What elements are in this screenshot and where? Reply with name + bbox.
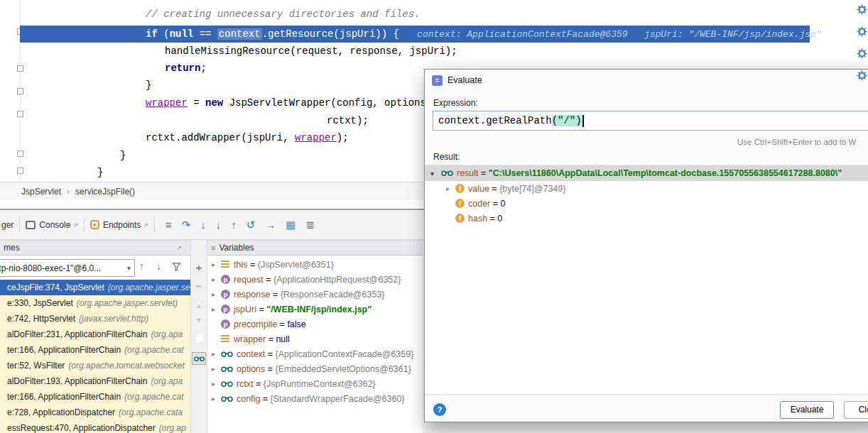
tab-endpoints[interactable]: Endpoints (103, 220, 141, 230)
scroll-down-icon[interactable]: ▼ (191, 317, 207, 324)
stack-frame-row[interactable]: essRequest:470, ApplicationDispatcher(or… (0, 420, 190, 433)
run-to-cursor-icon[interactable]: → (265, 219, 276, 231)
add-watch-icon[interactable]: + (191, 261, 207, 273)
jump-icon[interactable]: ↗ (176, 244, 182, 251)
settings-menu-icon[interactable]: ≡ (166, 219, 172, 231)
remove-watch-icon[interactable]: − (191, 280, 207, 292)
step-over-icon[interactable]: ↷ (182, 219, 191, 231)
equals: = (479, 168, 489, 178)
variables-list: ▸ this = {JspServlet@6351} ▸ p request =… (207, 257, 423, 406)
chevron-right-icon[interactable]: ▸ (212, 305, 221, 313)
next-frame-icon[interactable]: ↓ (156, 261, 161, 272)
watch-glasses-icon (194, 356, 205, 362)
variable-row[interactable]: ▸ options = {EmbeddedServletOptions@6361… (207, 361, 423, 376)
result-child-row[interactable]: f coder = 0 (425, 196, 868, 211)
stack-frame-row[interactable]: alDoFilter:193, ApplicationFilterChain(o… (0, 373, 190, 389)
variable-row[interactable]: ▸ context = {ApplicationContextFacade@63… (207, 346, 423, 361)
code-line-return[interactable]: return; (165, 60, 207, 77)
breadcrumb-separator: › (67, 187, 70, 197)
view-options-grid-icon[interactable]: ▦ (286, 219, 295, 231)
result-child-row[interactable]: ▸ f value = {byte[74]@7349} (425, 181, 868, 196)
dialog-titlebar[interactable]: = Evaluate (425, 70, 868, 91)
duplicate-icon[interactable] (195, 334, 205, 344)
thread-dropdown[interactable]: ttp-nio-8080-exec-1"@6,0... ▾ (0, 259, 135, 277)
variable-row[interactable]: p precompile = false (207, 317, 423, 331)
tab-debugger-partial[interactable]: ger (1, 220, 13, 230)
code-line-addwrapper[interactable]: rctxt.addWrapper(jspUri, wrapper); (146, 129, 349, 146)
chevron-right-icon[interactable]: ▸ (212, 395, 221, 402)
fold-marker[interactable] (17, 88, 23, 94)
variable-value: {JspRuntimeContext@6362} (264, 379, 376, 389)
layout-settings-icon[interactable]: ≣ (305, 219, 315, 231)
variable-value: {ResponseFacade@6353} (281, 290, 385, 300)
stack-frame-row[interactable]: ter:52, WsFilter(org.apache.tomcat.webso… (0, 358, 190, 373)
stack-frame-row[interactable]: ceJspFile:374, JspServlet(org.apache.jas… (0, 280, 190, 295)
step-into-icon[interactable]: ↓ (200, 219, 206, 231)
code-line-handle[interactable]: handleMissingResource(request, response,… (165, 43, 457, 60)
chevron-right-icon[interactable]: ▸ (212, 261, 221, 268)
stack-frame-row[interactable]: ter:166, ApplicationFilterChain(org.apac… (0, 342, 190, 358)
stack-frame-row[interactable]: alDoFilter:231, ApplicationFilterChain(o… (0, 327, 190, 342)
drop-frame-icon[interactable]: ↺ (246, 219, 256, 231)
code-line-brace[interactable]: } (146, 77, 151, 94)
variable-row[interactable]: ▸ p response = {ResponseFacade@6353} (207, 287, 423, 302)
code-line-brace[interactable]: } (97, 164, 103, 181)
gear-icon[interactable] (857, 26, 867, 37)
expression-label: Expression: (433, 98, 478, 108)
frame-location: ter:166, ApplicationFilterChain (7, 392, 121, 402)
execution-line-highlight[interactable]: if (null == context.getResource(jspUri))… (20, 26, 810, 43)
gear-icon[interactable] (857, 48, 867, 59)
stack-frame-row[interactable]: e:330, JspServlet(org.apache.jasper.serv… (0, 295, 190, 311)
gear-icon[interactable] (857, 70, 867, 81)
scroll-up-icon[interactable]: ▲ (191, 302, 207, 309)
equals: = (265, 349, 275, 359)
code-line-wrapper[interactable]: wrapper = new JspServletWrapper(config, … (146, 94, 432, 111)
chevron-right-icon[interactable]: ▸ (212, 275, 221, 283)
code-line-rctxt[interactable]: rctxt); (327, 112, 369, 129)
filter-funnel-icon[interactable] (172, 262, 181, 271)
force-step-into-icon[interactable]: ↓ (216, 219, 222, 231)
variable-row[interactable]: ▸ rctxt = {JspRuntimeContext@6362} (207, 376, 423, 391)
fold-marker[interactable] (17, 111, 23, 117)
fold-marker[interactable] (17, 150, 23, 157)
evaluate-button[interactable]: Evaluate (780, 401, 834, 419)
result-row[interactable]: ▾ result = "C:\Users\11860\AppData\Local… (425, 165, 868, 181)
code-line-if[interactable]: if (null == context.getResource(jspUri))… (146, 26, 822, 43)
variable-row[interactable]: ▸ config = {StandardWrapperFacade@6360} (207, 391, 423, 406)
fold-marker[interactable] (17, 168, 23, 174)
step-out-icon[interactable]: ↑ (231, 219, 237, 231)
code-line-comment[interactable]: // creating unnecessary directories and … (146, 6, 420, 23)
code-line-brace[interactable]: } (120, 147, 126, 164)
chevron-right-icon[interactable]: ▸ (212, 290, 221, 298)
dialog-title: Evaluate (447, 75, 482, 85)
stack-frame-row[interactable]: e:728, ApplicationDispatcher(org.apache.… (0, 405, 190, 420)
variable-name: wrapper (234, 334, 266, 344)
breadcrumb-class[interactable]: JspServlet (21, 187, 61, 197)
variable-row[interactable]: wrapper = null (207, 331, 423, 346)
gear-icon[interactable] (857, 4, 867, 15)
tab-console[interactable]: Console (39, 220, 70, 230)
fold-marker[interactable] (17, 65, 23, 72)
variables-menu-icon[interactable]: ≡ (211, 243, 215, 252)
breadcrumb-method[interactable]: serviceJspFile() (75, 187, 135, 197)
stack-frame-row[interactable]: e:742, HttpServlet(javax.servlet.http) (0, 311, 190, 327)
expression-input[interactable]: context.getRealPath("/") (433, 111, 868, 131)
equals: = (247, 260, 257, 270)
chevron-right-icon[interactable]: ▸ (212, 380, 221, 388)
close-button[interactable]: Close (844, 401, 868, 419)
chevron-down-icon[interactable]: ▾ (430, 170, 441, 177)
field-icon: f (455, 199, 465, 208)
chevron-right-icon[interactable]: ▸ (446, 185, 455, 192)
variable-row[interactable]: ▸ this = {JspServlet@6351} (207, 257, 423, 272)
result-child-row[interactable]: f hash = 0 (425, 211, 868, 226)
variable-row[interactable]: ▸ p request = {ApplicationHttpRequest@63… (207, 272, 423, 287)
show-watches-toggle[interactable] (192, 352, 206, 365)
chevron-right-icon[interactable]: ▸ (212, 365, 221, 373)
chevron-right-icon[interactable]: ▸ (212, 350, 221, 358)
help-icon[interactable]: ? (433, 403, 446, 416)
watch-glasses-icon (221, 366, 233, 373)
variable-row[interactable]: ▸ p jspUri = "/WEB-INF/jsp/index.jsp" (207, 302, 423, 317)
equals: = (489, 184, 499, 194)
stack-frame-row[interactable]: ter:166, ApplicationFilterChain(org.apac… (0, 389, 190, 405)
previous-frame-icon[interactable]: ↑ (139, 261, 144, 272)
